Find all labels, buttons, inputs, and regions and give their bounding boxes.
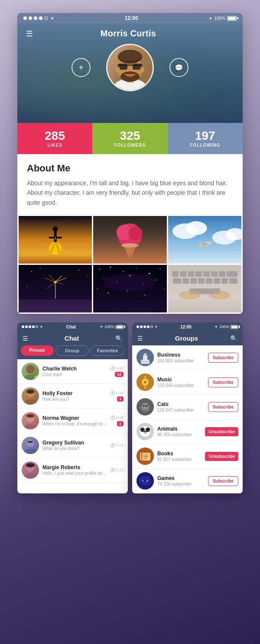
svg-rect-108 xyxy=(143,355,147,361)
chat-item-norma[interactable]: Norma Wagner When I'm in love, it's enou… xyxy=(17,409,128,433)
photo-4[interactable] xyxy=(19,265,92,312)
svg-rect-109 xyxy=(144,353,146,356)
chat-item-gregory[interactable]: Gregory Sullivan What do you think? 🕐 5:… xyxy=(17,433,128,458)
clock-icon: 🕐 xyxy=(110,366,115,370)
svg-point-51 xyxy=(78,270,79,270)
group-info-animals: Animals 96 356 subscriber xyxy=(157,426,202,437)
chat-list: Charlie Welch Cool man! 🕐 6:42 12 xyxy=(17,359,128,483)
group-books[interactable]: Books 81 827 subscriber Unsubscribe xyxy=(132,444,243,469)
svg-point-28 xyxy=(121,243,139,248)
subscribe-games-button[interactable]: Subscribe xyxy=(208,476,238,486)
chat-item-holly[interactable]: Holly Foster How are you? 🕐 6:35 3 xyxy=(17,384,128,409)
groups-hamburger-icon[interactable]: ☰ xyxy=(137,335,143,342)
groups-search-icon[interactable]: 🔍 xyxy=(230,335,237,342)
photo-3[interactable] xyxy=(168,216,241,264)
followers-stat[interactable]: 325 FOLLOWERS xyxy=(92,123,167,154)
clock-icon-3: 🕐 xyxy=(110,415,115,420)
tab-group[interactable]: Group xyxy=(55,345,89,356)
avatar-charlie xyxy=(22,363,39,380)
svg-point-55 xyxy=(99,269,100,270)
bottom-screens: ▾ Chat ✦ 100% ☰ Chat 🔍 Private Group Fav… xyxy=(17,322,243,493)
svg-point-66 xyxy=(164,288,165,289)
svg-point-50 xyxy=(40,268,41,269)
chat-wifi-icon: ▾ xyxy=(40,325,42,329)
unsubscribe-books-button[interactable]: Unsubscribe xyxy=(205,452,238,461)
chat-item-margie[interactable]: Margie Roberts Hello, I just read your p… xyxy=(17,458,128,483)
following-stat[interactable]: 197 FOLLOWING xyxy=(168,123,243,154)
group-music[interactable]: Music 133 346 subscriber Subscribe xyxy=(132,370,243,395)
svg-point-52 xyxy=(87,275,88,276)
group-games[interactable]: Games 74 236 subscriber Subscribe xyxy=(132,469,243,493)
likes-label: LIKES xyxy=(47,143,62,148)
svg-rect-76 xyxy=(195,271,202,277)
svg-rect-85 xyxy=(206,278,212,283)
svg-point-65 xyxy=(156,280,156,280)
svg-point-8 xyxy=(119,51,141,61)
svg-point-56 xyxy=(110,267,111,268)
svg-point-105 xyxy=(26,463,35,467)
status-bar: ▾ 12:00 ✦ 100% xyxy=(17,13,243,23)
chat-item-charlie[interactable]: Charlie Welch Cool man! 🕐 6:42 12 xyxy=(17,359,128,384)
svg-point-96 xyxy=(26,390,34,394)
signal-indicators: ▾ xyxy=(23,16,54,21)
battery-fill xyxy=(228,17,236,20)
svg-point-12 xyxy=(53,226,58,232)
tab-private[interactable]: Private xyxy=(21,345,54,356)
svg-point-53 xyxy=(27,286,28,287)
profile-screen: ▾ 12:00 ✦ 100% ☰ Morris Curtis + xyxy=(17,13,243,314)
group-business[interactable]: Business 243 803 subscriber Subscribe xyxy=(132,345,243,370)
message-button[interactable]: 💬 xyxy=(169,58,188,77)
svg-point-112 xyxy=(144,381,146,383)
svg-rect-81 xyxy=(173,278,181,283)
chat-hamburger-icon[interactable]: ☰ xyxy=(23,335,28,342)
chat-meta-gregory: 🕐 5:54 xyxy=(110,443,124,448)
groups-title: Groups xyxy=(143,335,230,342)
avatar-margie xyxy=(22,461,39,479)
group-cats[interactable]: Cats 119 547 subscriber Subscribe xyxy=(132,395,243,419)
avatar-animals xyxy=(136,423,154,440)
photo-grid xyxy=(17,215,243,314)
group-animals[interactable]: Animals 96 356 subscriber Unsubscribe xyxy=(132,419,243,444)
unsubscribe-animals-button[interactable]: Unsubscribe xyxy=(205,427,238,436)
chat-bluetooth-icon: ✦ xyxy=(100,325,103,329)
chat-info-charlie: Charlie Welch Cool man! xyxy=(42,366,107,377)
group-info-cats: Cats 119 547 subscriber xyxy=(157,401,205,412)
subscribe-cats-button[interactable]: Subscribe xyxy=(208,402,238,412)
chat-name-charlie: Charlie Welch xyxy=(42,366,107,372)
svg-point-90 xyxy=(179,291,201,299)
svg-rect-82 xyxy=(183,278,189,283)
likes-stat[interactable]: 285 LIKES xyxy=(17,123,92,154)
chat-search-icon[interactable]: 🔍 xyxy=(115,335,123,342)
chat-time-holly: 🕐 6:35 xyxy=(110,391,124,395)
about-section: About Me About my appearance, I'm tall a… xyxy=(17,154,243,215)
avatar xyxy=(106,44,154,91)
hamburger-icon[interactable]: ☰ xyxy=(26,29,33,39)
svg-point-92 xyxy=(26,365,35,374)
chat-battery-area: ✦ 100% xyxy=(100,325,124,329)
subscribe-music-button[interactable]: Subscribe xyxy=(208,377,238,387)
signal-dot-4 xyxy=(39,16,42,20)
add-button[interactable]: + xyxy=(72,58,91,77)
chat-title: Chat xyxy=(28,335,115,342)
chat-name-holly: Holly Foster xyxy=(42,390,107,396)
groups-nav: ☰ Groups 🔍 xyxy=(132,331,243,345)
group-name-business: Business xyxy=(157,352,205,358)
avatar-gregory xyxy=(22,437,39,454)
wifi-icon: ▾ xyxy=(51,16,54,21)
photo-1[interactable] xyxy=(19,216,92,264)
subscribe-business-button[interactable]: Subscribe xyxy=(208,353,238,363)
photo-2[interactable] xyxy=(93,216,166,264)
tab-favorites[interactable]: Favorites xyxy=(91,345,124,356)
photo-6[interactable] xyxy=(168,265,241,312)
svg-rect-84 xyxy=(198,278,204,283)
photo-5[interactable] xyxy=(93,265,166,312)
clock-icon-5: 🕐 xyxy=(110,468,115,472)
avatar-norma xyxy=(22,412,39,429)
svg-point-121 xyxy=(146,405,147,407)
svg-point-138 xyxy=(139,477,151,485)
svg-point-71 xyxy=(104,274,156,291)
chat-info-margie: Margie Roberts Hello, I just read your p… xyxy=(42,464,107,476)
svg-rect-83 xyxy=(190,278,196,283)
likes-value: 285 xyxy=(45,130,65,142)
avatar-music xyxy=(136,374,154,391)
